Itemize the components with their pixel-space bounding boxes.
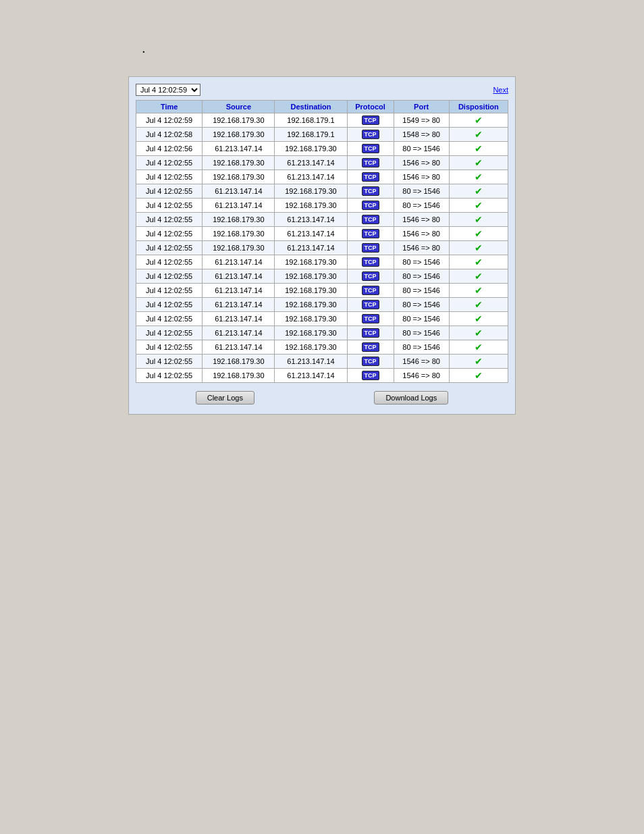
- top-bar: Jul 4 12:02:59 Next: [136, 84, 508, 96]
- cell-disposition: ✔: [449, 355, 508, 369]
- col-header-disposition: Disposition: [449, 101, 508, 113]
- check-icon: ✔: [475, 214, 483, 225]
- cell-port: 80 => 1546: [394, 199, 449, 213]
- check-icon: ✔: [475, 172, 483, 182]
- cell-destination: 192.168.179.30: [275, 184, 347, 199]
- cell-disposition: ✔: [449, 142, 508, 156]
- cell-time: Jul 4 12:02:55: [136, 298, 203, 312]
- table-row: Jul 4 12:02:55192.168.179.3061.213.147.1…: [136, 170, 508, 184]
- cell-time: Jul 4 12:02:55: [136, 227, 203, 241]
- cell-protocol: TCP: [347, 340, 394, 355]
- cell-time: Jul 4 12:02:55: [136, 255, 203, 269]
- table-row: Jul 4 12:02:55192.168.179.3061.213.147.1…: [136, 213, 508, 227]
- tcp-badge: TCP: [362, 286, 379, 295]
- table-row: Jul 4 12:02:55192.168.179.3061.213.147.1…: [136, 241, 508, 255]
- cell-protocol: TCP: [347, 213, 394, 227]
- tcp-badge: TCP: [362, 229, 379, 238]
- cell-destination: 61.213.147.14: [275, 369, 347, 383]
- table-row: Jul 4 12:02:5561.213.147.14192.168.179.3…: [136, 298, 508, 312]
- cell-disposition: ✔: [449, 170, 508, 184]
- tcp-badge: TCP: [362, 201, 379, 210]
- cell-disposition: ✔: [449, 312, 508, 326]
- cell-protocol: TCP: [347, 156, 394, 170]
- cell-time: Jul 4 12:02:55: [136, 312, 203, 326]
- cell-source: 192.168.179.30: [203, 156, 275, 170]
- cell-port: 1546 => 80: [394, 355, 449, 369]
- cell-time: Jul 4 12:02:55: [136, 355, 203, 369]
- cell-source: 192.168.179.30: [203, 227, 275, 241]
- cell-protocol: TCP: [347, 128, 394, 142]
- clear-logs-button[interactable]: Clear Logs: [196, 391, 254, 405]
- check-icon: ✔: [475, 271, 483, 282]
- cell-protocol: TCP: [347, 298, 394, 312]
- cell-source: 61.213.147.14: [203, 312, 275, 326]
- table-row: Jul 4 12:02:5561.213.147.14192.168.179.3…: [136, 199, 508, 213]
- cell-disposition: ✔: [449, 128, 508, 142]
- cell-disposition: ✔: [449, 269, 508, 284]
- cell-destination: 192.168.179.1: [275, 113, 347, 128]
- tcp-badge: TCP: [362, 357, 379, 366]
- cell-source: 61.213.147.14: [203, 284, 275, 298]
- cell-port: 1546 => 80: [394, 241, 449, 255]
- cell-disposition: ✔: [449, 326, 508, 340]
- check-icon: ✔: [475, 299, 483, 310]
- cell-time: Jul 4 12:02:58: [136, 128, 203, 142]
- cell-protocol: TCP: [347, 255, 394, 269]
- cell-time: Jul 4 12:02:55: [136, 156, 203, 170]
- col-header-source: Source: [203, 101, 275, 113]
- cell-source: 61.213.147.14: [203, 255, 275, 269]
- cell-destination: 192.168.179.30: [275, 142, 347, 156]
- table-row: Jul 4 12:02:55192.168.179.3061.213.147.1…: [136, 156, 508, 170]
- tcp-badge: TCP: [362, 314, 379, 323]
- cell-disposition: ✔: [449, 284, 508, 298]
- tcp-badge: TCP: [362, 371, 379, 380]
- cell-destination: 61.213.147.14: [275, 170, 347, 184]
- cell-source: 61.213.147.14: [203, 142, 275, 156]
- check-icon: ✔: [475, 328, 483, 338]
- cell-destination: 192.168.179.30: [275, 284, 347, 298]
- cell-destination: 192.168.179.30: [275, 340, 347, 355]
- cell-port: 80 => 1546: [394, 312, 449, 326]
- check-icon: ✔: [475, 228, 483, 239]
- cell-port: 80 => 1546: [394, 142, 449, 156]
- cell-protocol: TCP: [347, 355, 394, 369]
- cell-time: Jul 4 12:02:55: [136, 326, 203, 340]
- col-header-port: Port: [394, 101, 449, 113]
- cell-protocol: TCP: [347, 269, 394, 284]
- cell-port: 1546 => 80: [394, 227, 449, 241]
- cell-protocol: TCP: [347, 199, 394, 213]
- cell-time: Jul 4 12:02:55: [136, 284, 203, 298]
- tcp-badge: TCP: [362, 215, 379, 224]
- check-icon: ✔: [475, 115, 483, 126]
- table-row: Jul 4 12:02:55192.168.179.3061.213.147.1…: [136, 227, 508, 241]
- cell-destination: 192.168.179.1: [275, 128, 347, 142]
- check-icon: ✔: [475, 143, 483, 154]
- check-icon: ✔: [475, 342, 483, 353]
- date-select[interactable]: Jul 4 12:02:59: [136, 84, 200, 96]
- cell-disposition: ✔: [449, 298, 508, 312]
- tcp-badge: TCP: [362, 186, 379, 196]
- cell-source: 61.213.147.14: [203, 184, 275, 199]
- cell-disposition: ✔: [449, 369, 508, 383]
- cell-source: 61.213.147.14: [203, 340, 275, 355]
- cell-port: 1546 => 80: [394, 213, 449, 227]
- download-logs-button[interactable]: Download Logs: [374, 391, 448, 405]
- check-icon: ✔: [475, 129, 483, 140]
- tcp-badge: TCP: [362, 115, 379, 125]
- table-header-row: Time Source Destination Protocol Port Di…: [136, 101, 508, 113]
- cell-source: 61.213.147.14: [203, 298, 275, 312]
- tcp-badge: TCP: [362, 144, 379, 153]
- cell-source: 61.213.147.14: [203, 199, 275, 213]
- cell-time: Jul 4 12:02:55: [136, 269, 203, 284]
- next-link[interactable]: Next: [493, 86, 508, 94]
- col-header-protocol: Protocol: [347, 101, 394, 113]
- log-table: Time Source Destination Protocol Port Di…: [136, 100, 508, 383]
- check-icon: ✔: [475, 200, 483, 211]
- table-row: Jul 4 12:02:5561.213.147.14192.168.179.3…: [136, 340, 508, 355]
- cell-destination: 192.168.179.30: [275, 255, 347, 269]
- cell-destination: 192.168.179.30: [275, 298, 347, 312]
- cell-port: 1546 => 80: [394, 156, 449, 170]
- cell-disposition: ✔: [449, 255, 508, 269]
- table-row: Jul 4 12:02:5561.213.147.14192.168.179.3…: [136, 184, 508, 199]
- check-icon: ✔: [475, 285, 483, 296]
